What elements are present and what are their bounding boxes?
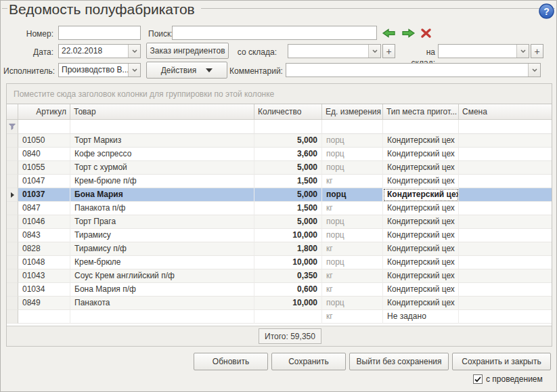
cell-shift[interactable] [459,215,552,229]
cell-shift[interactable] [459,229,552,242]
cell-product[interactable]: Крем-брюле п/ф [70,175,254,188]
cell-shift[interactable] [459,242,552,256]
cell-article[interactable]: 0847 [18,202,70,215]
cell-place[interactable]: Кондитерский цех [383,283,459,297]
cell-quantity[interactable]: 1,500 [254,175,322,188]
cell-quantity[interactable]: 0,600 [254,283,322,297]
cell-article[interactable]: 01047 [18,175,70,188]
cell-quantity[interactable]: 1,500 [254,202,322,215]
help-button[interactable]: ? [538,3,555,20]
cell-place[interactable]: Кондитерский цех [383,148,459,161]
filter-shift[interactable] [459,120,552,134]
cell-unit[interactable]: порц [322,215,383,229]
table-row[interactable]: 01037 Бона Мария 5,000 порц Кондитерский… [7,188,552,202]
search-input[interactable] [172,26,377,40]
cell-unit[interactable]: кг [322,283,383,297]
cell-unit[interactable]: порц [322,256,383,269]
cell-unit[interactable]: кг [322,202,383,215]
table-row[interactable]: кг Не задано [7,310,552,324]
column-header-shift[interactable]: Смена [459,104,552,120]
table-row[interactable]: 01034 Бона Мария п/ф 0,600 кг Кондитерск… [7,283,552,297]
cell-place[interactable]: Кондитерский цех [383,269,459,283]
cell-quantity[interactable]: 10,000 [254,256,322,269]
cell-place[interactable]: Кондитерский цех [383,161,459,175]
column-header-quantity[interactable]: Количество [254,104,322,120]
executor-dropdown-button[interactable] [128,64,140,77]
cell-unit[interactable]: порц [322,148,383,161]
cell-shift[interactable] [459,134,552,148]
cell-article[interactable] [18,310,70,324]
date-dropdown-button[interactable] [128,45,140,58]
cell-article[interactable]: 01037 [18,188,70,202]
posting-checkbox[interactable] [473,374,483,384]
delete-button[interactable] [420,28,432,39]
cell-product[interactable]: Панакота п/ф [70,202,254,215]
table-row[interactable]: 0840 Кофе эспрессо 3,600 порц Кондитерск… [7,148,552,161]
to-store-combobox[interactable] [438,44,529,58]
cell-shift[interactable] [459,202,552,215]
from-store-dropdown-button[interactable] [368,45,380,58]
cell-unit[interactable]: порц [322,188,383,202]
table-row[interactable]: 0849 Панакота 10,000 порц Кондитерский ц… [7,297,552,310]
comment-combobox[interactable] [286,63,541,77]
refresh-button[interactable]: Обновить [194,353,268,370]
cell-shift[interactable] [459,188,552,202]
table-row[interactable]: 0828 Тирамису п/ф 1,800 кг Кондитерский … [7,242,552,256]
table-row[interactable]: 01047 Крем-брюле п/ф 1,500 кг Кондитерск… [7,175,552,188]
exit-without-saving-button[interactable]: Выйти без сохранения [349,353,449,370]
cell-shift[interactable] [459,310,552,324]
cell-article[interactable]: 01034 [18,283,70,297]
from-store-add-button[interactable]: + [382,44,395,58]
cell-product[interactable]: Кофе эспрессо [70,148,254,161]
cell-article[interactable]: 0840 [18,148,70,161]
prev-document-button[interactable] [382,28,397,39]
cell-unit[interactable]: порц [322,134,383,148]
cell-place[interactable]: Кондитерский цех [383,229,459,242]
date-combobox[interactable]: 22.02.2018 [58,44,141,58]
table-row[interactable]: 0843 Тирамису 10,000 порц Кондитерский ц… [7,229,552,242]
cell-unit[interactable]: кг [322,242,383,256]
filter-article[interactable] [18,120,70,134]
cell-place[interactable]: Кондитерский цех [383,188,459,202]
cell-place[interactable]: Кондитерский цех [383,256,459,269]
cell-quantity[interactable]: 3,600 [254,148,322,161]
cell-shift[interactable] [459,148,552,161]
table-row[interactable]: 01055 Торт с хурмой 5,000 порц Кондитерс… [7,161,552,175]
cell-article[interactable]: 0849 [18,297,70,310]
cell-article[interactable]: 01043 [18,269,70,283]
group-by-panel[interactable]: Поместите сюда заголовок колонки для гру… [7,84,552,104]
cell-product[interactable]: Торт Прага [70,215,254,229]
cell-place[interactable]: Кондитерский цех [383,215,459,229]
cell-quantity[interactable]: 5,000 [254,134,322,148]
cell-unit[interactable]: порц [322,229,383,242]
cell-product[interactable]: Бона Мария п/ф [70,283,254,297]
with-posting-option[interactable]: с проведением [473,374,543,384]
column-header-place[interactable]: Тип места пригот... [383,104,459,120]
cell-article[interactable]: 0843 [18,229,70,242]
table-row[interactable]: 0847 Панакота п/ф 1,500 кг Кондитерский … [7,202,552,215]
cell-product[interactable]: Торт с хурмой [70,161,254,175]
cell-quantity[interactable]: 0,350 [254,269,322,283]
from-store-combobox[interactable] [288,44,381,58]
cell-unit[interactable]: кг [322,175,383,188]
cell-quantity[interactable]: 10,000 [254,229,322,242]
cell-shift[interactable] [459,256,552,269]
executor-combobox[interactable]: Производство В... [58,63,141,77]
cell-quantity[interactable]: 5,000 [254,215,322,229]
cell-place[interactable]: Кондитерский цех [383,134,459,148]
column-header-unit[interactable]: Ед. измерения [322,104,383,120]
cell-place[interactable]: Кондитерский цех [383,297,459,310]
cell-product[interactable]: Крем-брюле [70,256,254,269]
cell-place[interactable]: Кондитерский цех [383,242,459,256]
cell-product[interactable]: Бона Мария [70,188,254,202]
cell-unit[interactable]: кг [322,310,383,324]
cell-shift[interactable] [459,269,552,283]
cell-shift[interactable] [459,297,552,310]
cell-unit[interactable]: порц [322,161,383,175]
table-row[interactable]: 01048 Крем-брюле 10,000 порц Кондитерски… [7,256,552,269]
cell-quantity[interactable] [254,310,322,324]
cell-article[interactable]: 0828 [18,242,70,256]
number-input[interactable] [58,26,141,40]
cell-product[interactable]: Соус Крем английский п/ф [70,269,254,283]
cell-article[interactable]: 01048 [18,256,70,269]
